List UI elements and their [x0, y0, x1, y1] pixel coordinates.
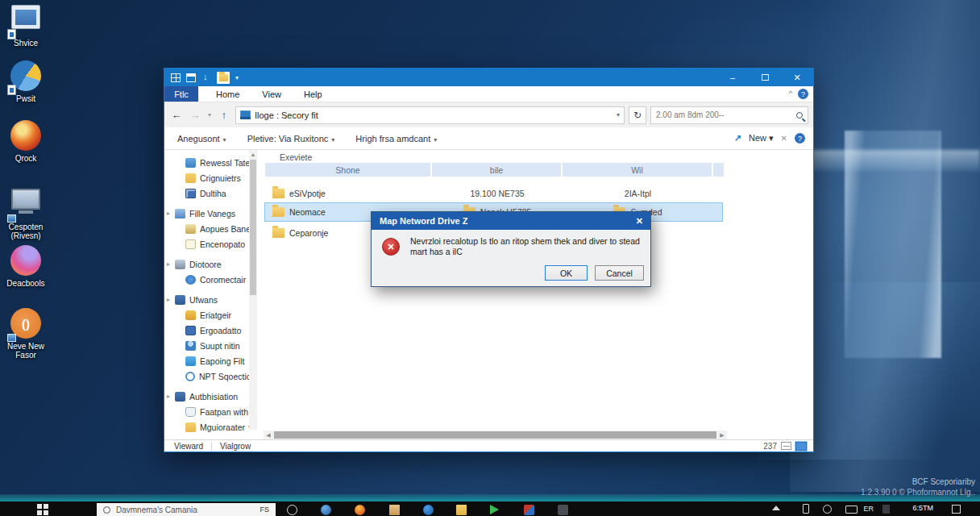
properties-icon[interactable]: [171, 73, 181, 82]
close-button[interactable]: ✕: [781, 69, 813, 86]
dialog-title-bar[interactable]: Map Netword Drive Z ✕: [372, 212, 650, 230]
sidebar-item[interactable]: Encenopato: [164, 236, 249, 252]
battery-icon[interactable]: [803, 504, 809, 514]
address-chevron-icon[interactable]: ▾: [617, 111, 620, 119]
red-blue-app-icon[interactable]: [524, 505, 534, 515]
forward-button[interactable]: →: [188, 109, 202, 121]
column-header-bile[interactable]: bile: [432, 163, 561, 177]
search-icon[interactable]: [796, 112, 803, 119]
tab-home[interactable]: Home: [205, 86, 251, 102]
new-window-icon[interactable]: [186, 73, 196, 82]
start-button[interactable]: [37, 504, 48, 515]
ribbon-collapse-icon[interactable]: ^: [789, 89, 792, 98]
sidebar-item[interactable]: ▸Fille Vanegs: [164, 206, 249, 221]
sidebar-item[interactable]: ▸Ufwans: [164, 292, 249, 307]
file-row[interactable]: eSiVpotje 19.100 NE735 2IA-Itpl: [265, 185, 722, 202]
sidebar-item[interactable]: Dultiha: [164, 185, 249, 201]
sidebar-item[interactable]: Faatpan with: [164, 404, 249, 419]
scroll-right-icon[interactable]: ▶: [717, 432, 727, 439]
commandbar-button-1[interactable]: Anegusont▾: [177, 134, 226, 144]
clock[interactable]: 6:5TM: [912, 504, 933, 512]
browser-blue-icon[interactable]: [423, 505, 434, 515]
taskbar-search-box[interactable]: Davmnema's Camania FS: [97, 503, 276, 516]
maximize-button[interactable]: [749, 69, 781, 86]
sidebar-item[interactable]: Coromectair: [164, 272, 249, 287]
cancel-button[interactable]: Cancel: [595, 265, 644, 281]
keyboard-icon[interactable]: [845, 506, 858, 514]
desktop-icon-neve-new-fasor[interactable]: () Neve New Fasor: [2, 307, 50, 360]
help-icon[interactable]: ?: [798, 89, 808, 99]
tab-file[interactable]: Ftlc: [164, 86, 198, 102]
expand-icon[interactable]: ▸: [167, 210, 170, 217]
desktop-icon-cespoten[interactable]: Cespoten (Rivesn): [2, 185, 50, 240]
refresh-button[interactable]: ↻: [629, 106, 646, 124]
taskbar-search-text: Davmnema's Camania: [116, 506, 254, 514]
scrollbar-thumb[interactable]: [250, 160, 256, 295]
commandbar-button-2[interactable]: Pletive: Via Ruxitonc▾: [247, 134, 335, 144]
tab-view[interactable]: View: [251, 86, 293, 102]
desktop-icon-deacbools[interactable]: Deacbools: [2, 244, 50, 288]
column-header-shone[interactable]: Shone: [265, 163, 430, 177]
dark-app-icon[interactable]: [558, 505, 568, 515]
expand-icon[interactable]: ▸: [167, 260, 170, 268]
network-status-icon[interactable]: [823, 505, 832, 514]
vertical-scrollbar[interactable]: ▲: [249, 150, 257, 430]
chevron-down-icon[interactable]: ▾: [235, 74, 239, 81]
language-indicator[interactable]: ER: [863, 505, 874, 513]
command-bar: Anegusont▾ Pletive: Via Ruxitonc▾ Hrigh …: [164, 127, 813, 150]
column-header-filler: [713, 163, 724, 177]
folder-icon[interactable]: [217, 72, 230, 84]
recycle-icon: [185, 407, 196, 417]
address-field[interactable]: Iloge : Secory fit ▾: [235, 106, 625, 124]
up-button[interactable]: ↑: [217, 109, 231, 121]
tab-help[interactable]: Help: [293, 86, 334, 102]
cortana-icon[interactable]: [287, 505, 297, 515]
scrollbar-thumb[interactable]: [274, 431, 716, 439]
column-header-wil[interactable]: Wil: [563, 163, 712, 177]
dialog-close-button[interactable]: ✕: [636, 212, 643, 230]
sidebar-item[interactable]: Rewessl Tates: [164, 155, 249, 170]
dialog-message: Nevrzloi recalotup Is tlo an ritop shem …: [410, 236, 648, 257]
scroll-up-icon[interactable]: ▲: [249, 150, 257, 159]
close-pane-icon[interactable]: ✕: [781, 134, 787, 143]
details-view-icon[interactable]: [781, 442, 791, 450]
desktop-icon-qrock[interactable]: Qrock: [2, 119, 50, 163]
green-arrow-icon[interactable]: [490, 505, 499, 514]
sidebar-item[interactable]: Aopues Bane: [164, 221, 249, 236]
edge-icon[interactable]: [321, 505, 331, 515]
sidebar-item[interactable]: NPT Sqoectio: [164, 368, 249, 384]
horizontal-scrollbar[interactable]: ◀ ▶: [264, 431, 727, 439]
back-button[interactable]: ←: [169, 109, 184, 121]
history-chevron-icon[interactable]: ▾: [206, 111, 213, 119]
expand-icon[interactable]: ▸: [167, 393, 170, 400]
sidebar-item[interactable]: Crignuietrs: [164, 170, 249, 185]
sidebar-item[interactable]: Ergoadatto: [164, 322, 249, 338]
pin-icon[interactable]: [201, 73, 211, 82]
firefox-icon[interactable]: [355, 505, 365, 515]
commandbar-button-3[interactable]: Hrigh frsa amdcant▾: [355, 134, 437, 144]
ok-button[interactable]: OK: [545, 265, 588, 281]
sidebar-item[interactable]: Mguioraater▾: [164, 419, 249, 435]
scroll-left-icon[interactable]: ◀: [264, 432, 273, 439]
minimize-button[interactable]: –: [716, 69, 749, 86]
file-explorer-icon[interactable]: [456, 505, 467, 515]
title-bar[interactable]: ▾ – ✕: [164, 69, 813, 86]
action-center-icon[interactable]: [952, 505, 961, 514]
desktop-icon-shvice[interactable]: Shvice: [2, 2, 50, 48]
thumbnail-view-icon[interactable]: [795, 442, 807, 451]
search-box[interactable]: 2.00 am 8dm 200--: [650, 106, 808, 124]
sidebar-item[interactable]: Eriatgeir: [164, 307, 249, 322]
sidebar-item[interactable]: ▸Autbhisiation: [164, 389, 249, 404]
desktop-icon-pwsit[interactable]: Pwsit: [2, 60, 50, 103]
tray-chevron-up-icon[interactable]: [772, 506, 780, 510]
wallpaper-window-glow: [845, 131, 941, 358]
sidebar-item[interactable]: Suupt nitin: [164, 338, 249, 353]
tray-flag-icon[interactable]: [882, 505, 890, 514]
folder-tan-icon[interactable]: [389, 505, 400, 515]
search-box-text: 2.00 am 8dm 200--: [656, 110, 796, 119]
info-icon[interactable]: ?: [795, 133, 805, 144]
sidebar-item[interactable]: ▸Diotoore: [164, 256, 249, 272]
sidebar-item[interactable]: Eapoing Filt: [164, 353, 249, 368]
expand-icon[interactable]: ▸: [167, 296, 170, 303]
new-button[interactable]: New ▾: [749, 133, 774, 144]
